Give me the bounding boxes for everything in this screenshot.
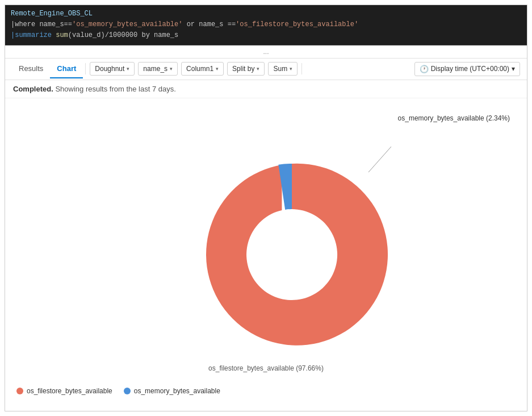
chevron-down-icon-4: ▾ (257, 66, 259, 72)
legend-label-memory: os_memory_bytes_available (134, 387, 220, 395)
legend-item-filestore: os_filestore_bytes_available (16, 387, 112, 395)
chevron-down-icon-2: ▾ (170, 66, 173, 72)
legend-dot-filestore (16, 388, 23, 394)
column-label: name_s (143, 65, 167, 73)
split-by-dropdown[interactable]: Split by ▾ (227, 62, 265, 76)
chevron-down-icon-3: ▾ (216, 66, 219, 72)
ellipsis-text: ... (263, 48, 269, 56)
query-func: sum (56, 31, 68, 39)
time-dropdown[interactable]: 🕐 Display time (UTC+00:00) ▾ (414, 62, 520, 76)
legend-label-filestore: os_filestore_bytes_available (27, 387, 112, 395)
query-summarize: |summarize (11, 31, 56, 39)
aggregation-label: Sum (273, 65, 287, 73)
time-label: Display time (UTC+00:00) (431, 65, 509, 73)
column2-label: Column1 (186, 65, 213, 73)
split-by-label: Split by (232, 65, 254, 73)
tab-divider-2 (301, 63, 302, 74)
chart-area: os_memory_bytes_available (2.34%) os_fil… (5, 98, 527, 411)
query-line-3: |summarize sum(value_d)/1000000 by name_… (11, 30, 521, 41)
aggregation-dropdown[interactable]: Sum ▾ (268, 62, 298, 76)
tab-results[interactable]: Results (12, 60, 50, 78)
status-message: Showing results from the last 7 days. (55, 85, 175, 93)
memory-label: os_memory_bytes_available (2.34%) (398, 114, 510, 122)
chevron-down-icon: ▾ (127, 66, 129, 72)
filestore-segment (206, 164, 388, 346)
chart-legend: os_filestore_bytes_available os_memory_b… (16, 387, 220, 395)
filestore-label: os_filestore_bytes_available (97.66%) (208, 364, 324, 372)
clock-icon: 🕐 (420, 65, 429, 73)
filestore-label-text: os_filestore_bytes_available (97.66%) (208, 364, 324, 372)
query-val2: 'os_filestore_bytes_available' (236, 20, 358, 28)
query-where: |where name_s== (11, 20, 72, 28)
tab-divider (85, 63, 86, 74)
query-arg: (value_d)/1000000 by name_s (68, 31, 178, 39)
legend-dot-memory (124, 388, 131, 394)
status-bar: Completed. Showing results from the last… (5, 80, 527, 98)
main-container: Remote_Engine_OBS_CL |where name_s=='os_… (5, 5, 527, 411)
chevron-down-icon-6: ▾ (512, 65, 515, 73)
query-op: or name_s == (182, 20, 236, 28)
legend-item-memory: os_memory_bytes_available (124, 387, 220, 395)
status-completed: Completed. (13, 85, 53, 93)
ellipsis-row: ... (5, 45, 527, 59)
chevron-down-icon-5: ▾ (290, 66, 292, 72)
column-dropdown[interactable]: name_s ▾ (138, 62, 178, 76)
memory-label-text: os_memory_bytes_available (2.34%) (398, 114, 510, 122)
query-line-2: |where name_s=='os_memory_bytes_availabl… (11, 19, 521, 30)
query-line-1: Remote_Engine_OBS_CL (11, 9, 521, 19)
query-editor[interactable]: Remote_Engine_OBS_CL |where name_s=='os_… (5, 5, 527, 45)
column2-dropdown[interactable]: Column1 ▾ (181, 62, 224, 76)
chart-type-dropdown[interactable]: Doughnut ▾ (90, 62, 135, 76)
tabs-bar: Results Chart Doughnut ▾ name_s ▾ Column… (5, 59, 527, 80)
donut-chart (190, 152, 394, 357)
chart-type-label: Doughnut (95, 65, 124, 73)
tab-chart[interactable]: Chart (50, 60, 83, 78)
query-val1: 'os_memory_bytes_available' (72, 20, 182, 28)
